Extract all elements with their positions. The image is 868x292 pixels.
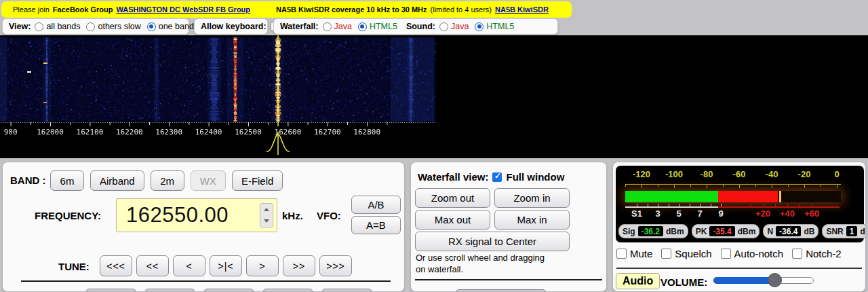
waterfall-render-option[interactable]: Java [323, 22, 352, 31]
kiwisdr-link[interactable]: NA5B KiwiSDR [495, 5, 549, 14]
waterfall-view-title: Waterfall view: [418, 171, 488, 183]
spinner-up-icon[interactable] [264, 208, 269, 211]
partial-button[interactable] [203, 289, 254, 292]
plus-scale-tick [812, 204, 812, 206]
tune-step-button-4[interactable]: > [246, 255, 279, 276]
volume-thumb[interactable] [768, 273, 782, 287]
plus-scale-tick [787, 204, 788, 206]
auto-notch-checkbox[interactable] [721, 249, 731, 259]
auto-notch-checkbox-item[interactable]: Auto-notch [721, 248, 784, 259]
tune-step-button-1[interactable]: << [136, 255, 169, 276]
sound-render-option[interactable]: HTML5 [475, 22, 514, 31]
tune-step-button-2[interactable]: < [173, 255, 205, 276]
max-out-button[interactable]: Max out [415, 210, 490, 230]
view-option[interactable]: all bands [35, 22, 80, 31]
meter-tick [788, 185, 789, 187]
sound-render-radio[interactable] [439, 22, 448, 31]
band-button-6m[interactable]: 6m [50, 170, 84, 191]
readout-value: -35.4 [709, 226, 734, 236]
waterfall-render-option[interactable]: HTML5 [358, 22, 397, 31]
meter-tick [642, 185, 642, 188]
waterfall-radio-group: JavaHTML5 [323, 22, 403, 31]
tune-step-button-3[interactable]: >|< [210, 255, 242, 276]
band-button-row: 6mAirband2mWXE-Field [50, 170, 283, 191]
view-radio[interactable] [147, 22, 156, 31]
volume-slider[interactable] [713, 277, 814, 284]
audio-chip: Audio [616, 273, 660, 289]
readout-value: -36.2 [638, 226, 663, 236]
view-radio[interactable] [86, 22, 95, 31]
frequency-label: FREQUENCY: [35, 210, 101, 221]
band-label: BAND : [10, 175, 46, 186]
meter-scale-label: -120 [633, 169, 650, 179]
meter-tick [821, 185, 821, 187]
partial-button[interactable] [85, 289, 136, 292]
s-scale-tick [658, 204, 658, 206]
zoom-out-button[interactable]: Zoom out [415, 188, 490, 208]
s-scale-tick [679, 204, 679, 206]
checkbox-label: Squelch [675, 248, 711, 259]
tune-button-row: <<<<<<>|<>>>>>> [100, 255, 352, 276]
waterfall-render-radio[interactable] [323, 22, 332, 31]
max-in-button[interactable]: Max in [494, 210, 570, 230]
tuning-panel: BAND : 6mAirband2mWXE-Field FREQUENCY: k… [2, 162, 405, 292]
allow-keyboard-label: Allow keyboard: [201, 22, 267, 31]
tune-step-button-5[interactable]: >> [283, 255, 315, 276]
frequency-input[interactable] [116, 198, 277, 232]
plus-scale-tick [775, 204, 776, 206]
waterfall-display[interactable] [0, 35, 868, 158]
vfo-button-aeqb[interactable]: A=B [351, 216, 401, 234]
mute-checkbox[interactable] [616, 249, 627, 259]
s-unit-label: 9 [718, 208, 723, 219]
view-option[interactable]: others slow [86, 22, 140, 31]
view-option-label: all bands [46, 22, 80, 31]
partial-button[interactable] [144, 289, 195, 292]
view-panel: View: all bandsothers slowone bandblind [2, 18, 189, 35]
spinner-down-icon[interactable] [264, 219, 269, 223]
checkbox-label: Auto-notch [734, 248, 784, 259]
rx-signal-to-center-button[interactable]: RX signal to Center [415, 232, 570, 251]
full-window-checkbox[interactable] [492, 172, 502, 182]
s-unit-label: 3 [655, 208, 660, 219]
partial-button[interactable] [321, 289, 372, 292]
signal-bar-green [625, 191, 718, 202]
zoom-in-button[interactable]: Zoom in [494, 188, 570, 208]
view-radio[interactable] [35, 22, 43, 31]
band-button-wx[interactable]: WX [191, 170, 226, 191]
plus-db-label: +40 [780, 208, 795, 219]
notch-2-checkbox[interactable] [792, 249, 802, 259]
full-window-label: Full window [506, 171, 564, 183]
volume-fill [713, 277, 774, 284]
partial-button[interactable] [262, 289, 313, 292]
tune-step-button-6[interactable]: >>> [319, 255, 352, 276]
mute-checkbox-item[interactable]: Mute [616, 248, 652, 259]
band-button-2m[interactable]: 2m [151, 170, 184, 191]
sound-render-option[interactable]: Java [439, 22, 469, 31]
partial-button[interactable] [455, 289, 547, 292]
view-option[interactable]: one band [147, 22, 194, 31]
squelch-checkbox[interactable] [661, 249, 671, 259]
plus-db-label: +60 [804, 208, 819, 219]
waterfall-render-option-label: HTML5 [370, 22, 397, 31]
divider [616, 268, 862, 269]
readout-snr: SNR1dB [822, 224, 866, 238]
readout-sig: Sig-36.2dBm [618, 224, 688, 238]
banner-coverage: NA5B KiwiSDR coverage 10 kHz to 30 MHz [276, 5, 427, 14]
vfo-label: VFO: [317, 210, 341, 221]
view-label: View: [9, 22, 31, 31]
vfo-button-ab[interactable]: A/B [351, 196, 401, 214]
peak-marker [779, 191, 781, 202]
sound-render-radio[interactable] [475, 22, 484, 31]
frequency-spinner[interactable] [260, 203, 273, 227]
squelch-checkbox-item[interactable]: Squelch [661, 248, 711, 259]
mode-button-row [85, 289, 372, 292]
notch-2-checkbox-item[interactable]: Notch-2 [792, 248, 842, 259]
waterfall-render-radio[interactable] [358, 22, 367, 31]
tune-step-button-0[interactable]: <<< [100, 255, 132, 276]
divider [415, 279, 602, 280]
top-banner: Please join FaceBook Group WASHINGTON DC… [1, 1, 572, 18]
meter-tick [707, 185, 707, 188]
band-button-airband[interactable]: Airband [90, 170, 144, 191]
band-button-e-field[interactable]: E-Field [232, 170, 283, 191]
facebook-group-link[interactable]: WASHINGTON DC WebSDR FB Group [116, 5, 250, 14]
